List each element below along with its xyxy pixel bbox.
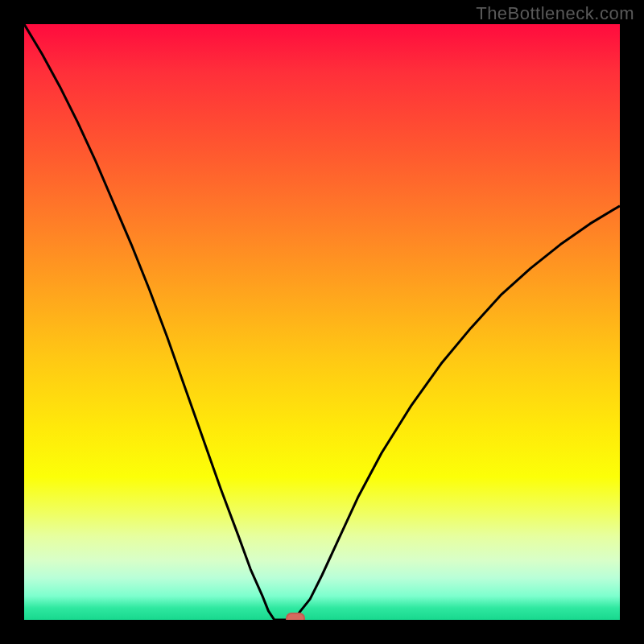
bottleneck-curve-path [24, 24, 620, 620]
chart-frame: TheBottleneck.com [0, 0, 644, 644]
optimal-point-marker [286, 613, 305, 620]
bottleneck-curve-svg [24, 24, 620, 620]
plot-area [24, 24, 620, 620]
watermark-text: TheBottleneck.com [476, 3, 634, 24]
